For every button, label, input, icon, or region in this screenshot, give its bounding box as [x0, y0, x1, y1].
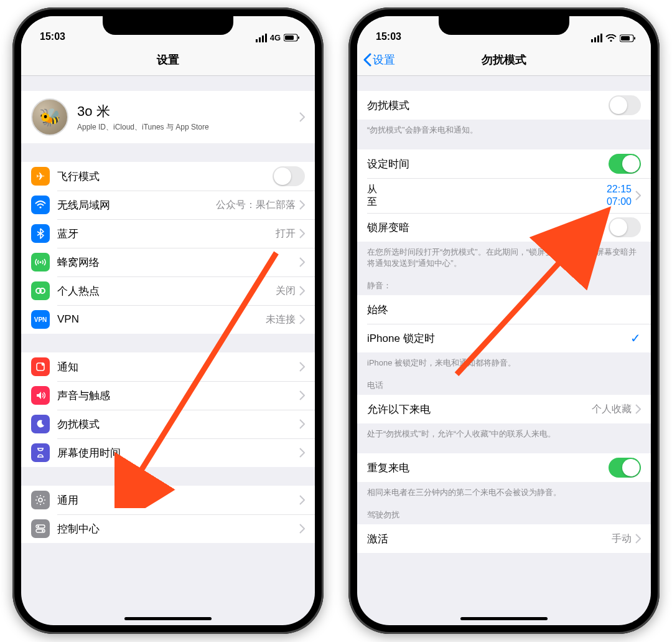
dnd-toggle[interactable]: [609, 95, 641, 115]
svg-point-19: [37, 526, 39, 527]
profile-sub: Apple ID、iCloud、iTunes 与 App Store: [77, 122, 299, 133]
screentime-row[interactable]: 屏幕使用时间: [21, 438, 315, 467]
sound-icon: [31, 386, 50, 405]
network-label: 4G: [270, 33, 281, 42]
airplane-toggle[interactable]: [273, 166, 305, 186]
from-value: 22:15: [607, 183, 632, 196]
wifi-row[interactable]: 无线局域网 公众号：果仁部落: [21, 191, 315, 219]
notifications-icon: [31, 357, 50, 376]
dim-toggle[interactable]: [609, 217, 641, 237]
silence-locked-label: iPhone 锁定时: [367, 331, 630, 346]
page-title: 勿扰模式: [482, 52, 526, 67]
svg-line-15: [44, 503, 45, 504]
svg-point-8: [42, 363, 45, 366]
status-time: 15:03: [376, 31, 401, 42]
wifi-icon: [605, 34, 617, 42]
signal-icon: [256, 34, 267, 42]
svg-line-14: [37, 496, 38, 498]
gear-icon: [31, 491, 50, 509]
back-button[interactable]: 设置: [363, 52, 395, 67]
dnd-label: 勿扰模式: [57, 417, 299, 432]
phone-left: 15:03 4G 设置 🐝 3o 米 Apple ID、iCloud、iTune…: [12, 7, 324, 634]
dnd-footer: “勿扰模式”会静音来电和通知。: [357, 120, 651, 136]
svg-line-16: [37, 503, 38, 504]
chevron-right-icon: [299, 200, 305, 210]
sounds-label: 声音与触感: [57, 389, 299, 403]
chevron-right-icon: [299, 524, 305, 534]
cellular-label: 蜂窝网络: [57, 255, 299, 270]
screentime-label: 屏幕使用时间: [57, 446, 299, 460]
hourglass-icon: [31, 443, 50, 462]
vpn-label: VPN: [57, 313, 266, 326]
allow-calls-row[interactable]: 允许以下来电 个人收藏: [357, 395, 651, 423]
airplane-row[interactable]: ✈ 飞行模式: [21, 162, 315, 191]
page-title: 设置: [157, 52, 179, 67]
svg-point-9: [39, 498, 42, 502]
chevron-right-icon: [299, 448, 305, 458]
activate-row[interactable]: 激活 手动: [357, 524, 651, 553]
cellular-row[interactable]: 蜂窝网络: [21, 248, 315, 276]
bluetooth-row[interactable]: 蓝牙 打开: [21, 219, 315, 248]
silence-header: 静音：: [357, 269, 651, 295]
svg-rect-26: [634, 37, 635, 39]
profile-row[interactable]: 🐝 3o 米 Apple ID、iCloud、iTunes 与 App Stor…: [21, 91, 315, 143]
bluetooth-label: 蓝牙: [57, 227, 276, 241]
from-label: 从: [367, 183, 607, 196]
scheduled-row[interactable]: 设定时间: [357, 149, 651, 178]
scheduled-label: 设定时间: [367, 157, 609, 171]
dnd-row[interactable]: 勿扰模式: [21, 410, 315, 438]
svg-point-21: [42, 530, 44, 532]
allow-calls-label: 允许以下来电: [367, 402, 592, 417]
chevron-right-icon: [299, 229, 305, 238]
svg-point-3: [39, 206, 41, 208]
vpn-icon: VPN: [31, 310, 50, 329]
hotspot-row[interactable]: 个人热点 关闭: [21, 276, 315, 305]
chevron-right-icon: [299, 286, 305, 296]
wifi-label: 无线局域网: [57, 198, 216, 212]
to-value: 07:00: [607, 196, 632, 208]
time-row[interactable]: 从 至 22:15 07:00: [357, 178, 651, 213]
dim-row[interactable]: 锁屏变暗: [357, 213, 651, 242]
svg-point-4: [39, 261, 41, 263]
sounds-row[interactable]: 声音与触感: [21, 381, 315, 410]
battery-icon: [620, 34, 636, 42]
dim-footer: 在您所选时间段打开“勿扰模式”。在此期间，“锁屏变暗”会使锁定屏幕变暗并将通知发…: [357, 242, 651, 269]
vpn-row[interactable]: VPN VPN 未连接: [21, 305, 315, 334]
nav-header: 设置: [21, 44, 315, 76]
signal-icon: [591, 34, 602, 42]
control-center-row[interactable]: 控制中心: [21, 514, 315, 543]
control-center-label: 控制中心: [57, 522, 299, 536]
phone-right: 15:03 设置 勿扰模式 勿扰模式: [348, 7, 660, 634]
chevron-right-icon: [299, 390, 305, 400]
to-label: 至: [367, 196, 607, 208]
home-indicator[interactable]: [460, 617, 548, 620]
general-row[interactable]: 通用: [21, 486, 315, 514]
repeat-calls-row[interactable]: 重复来电: [357, 453, 651, 482]
general-label: 通用: [57, 493, 299, 507]
back-label: 设置: [373, 52, 395, 67]
driving-header: 驾驶勿扰: [357, 498, 651, 524]
allow-footer: 处于“勿扰模式”时，允许“个人收藏”中的联系人来电。: [357, 423, 651, 440]
notifications-row[interactable]: 通知: [21, 352, 315, 381]
chevron-right-icon: [299, 495, 305, 505]
chevron-right-icon: [299, 112, 305, 122]
hotspot-value: 关闭: [276, 285, 296, 298]
silence-locked-row[interactable]: iPhone 锁定时 ✓: [357, 324, 651, 352]
bluetooth-icon: [31, 224, 50, 243]
chevron-right-icon: [299, 362, 305, 372]
repeat-toggle[interactable]: [609, 458, 641, 478]
repeat-calls-label: 重复来电: [367, 461, 609, 475]
allow-calls-value: 个人收藏: [592, 403, 632, 416]
notch: [439, 16, 569, 35]
silence-always-row[interactable]: 始终: [357, 295, 651, 324]
vpn-value: 未连接: [266, 313, 296, 326]
hotspot-icon: [31, 281, 50, 300]
locked-footer: iPhone 被锁定时，来电和通知都将静音。: [357, 352, 651, 369]
home-indicator[interactable]: [124, 617, 212, 620]
svg-line-17: [44, 496, 45, 498]
chevron-right-icon: [299, 314, 305, 324]
profile-name: 3o 米: [77, 102, 299, 121]
dnd-toggle-row[interactable]: 勿扰模式: [357, 91, 651, 120]
dim-label: 锁屏变暗: [367, 220, 609, 235]
scheduled-toggle[interactable]: [609, 154, 641, 174]
